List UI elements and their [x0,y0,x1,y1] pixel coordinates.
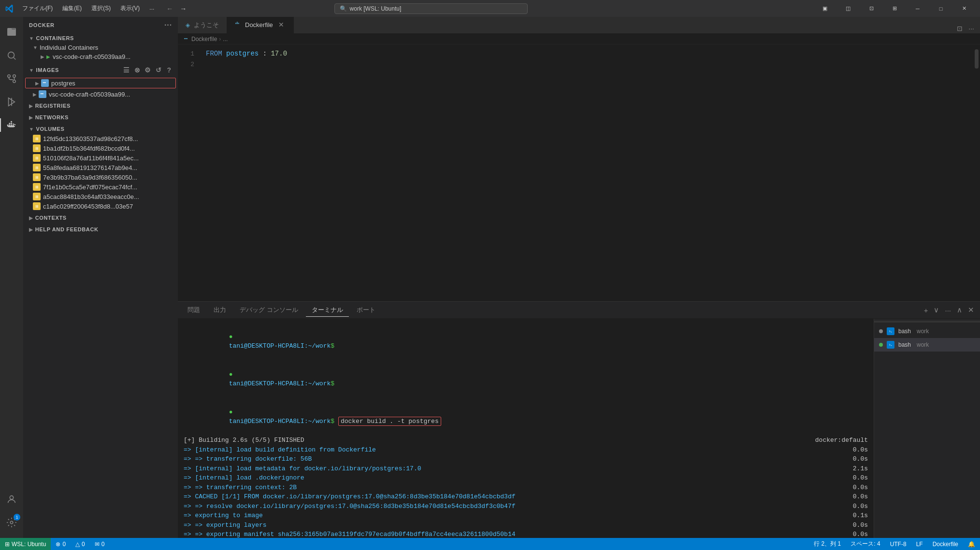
images-chevron-icon: ▼ [29,68,34,73]
contexts-header[interactable]: ▶ CONTEXTS [23,213,178,223]
status-bell[interactable]: 🔔 [963,538,980,550]
terminal-close-btn[interactable]: ✕ [966,305,976,315]
code-editor[interactable]: 1 FROM postgres : 17.0 2 [178,44,980,301]
image-item-vsc[interactable]: ▶ vsc-code-craft-c05039aa99... [23,89,178,99]
nav-back-btn[interactable]: ← [164,3,175,14]
terminal-prompt-dot-2: ● [229,371,237,378]
minimize-btn[interactable]: ─ [907,0,929,17]
eol-label: LF [916,541,923,548]
terminal-tab-ports[interactable]: ポート [351,304,381,316]
svg-rect-20 [45,82,46,83]
volume-item-3[interactable]: ⊞ 55a8fedaa681913276147ab9e4... [23,163,178,172]
status-eol[interactable]: LF [911,538,928,550]
maximize-btn[interactable]: □ [930,0,952,17]
terminal-more-btn[interactable]: ··· [943,305,953,315]
terminal-split-btn[interactable]: ∨ [932,305,941,315]
registries-header[interactable]: ▶ REGISTRIES [23,101,178,111]
spaces-label: スペース: 4 [850,540,880,548]
container-item-0[interactable]: ▶ ▶ vsc-code-craft-c05039aa9... [23,52,178,61]
networks-header[interactable]: ▶ NETWORKS [23,113,178,122]
tab-more-btn[interactable]: ··· [966,24,976,33]
status-spaces[interactable]: スペース: 4 [846,538,885,550]
images-list-btn[interactable]: ☰ [122,65,131,75]
volume-icon-2: ⊞ [33,154,41,162]
help-header[interactable]: ▶ HELP AND FEEDBACK [23,225,178,234]
terminal-main[interactable]: ● tani@DESKTOP-HCPA8LI:~/work$ ● tani@DE… [178,319,874,538]
sidebar-more-btn[interactable]: ··· [164,21,172,29]
terminal-tab-debug[interactable]: デバッグ コンソール [234,304,304,316]
terminal-instance-1[interactable]: bash work [874,338,980,352]
terminal-maximize-btn[interactable]: ∧ [955,305,964,315]
images-settings-btn[interactable]: ⚙ [143,65,153,75]
sidebar-toggle-btn[interactable]: ◫ [837,0,859,17]
activity-settings[interactable]: 1 [0,511,23,534]
activity-run[interactable] [0,90,23,113]
activity-source-control[interactable] [0,67,23,90]
terminal-line-2: ● tani@DESKTOP-HCPA8LI:~/work$ [184,360,868,398]
tab-welcome[interactable]: ◈ ようこそ [178,17,227,33]
registries-section: ▶ REGISTRIES [23,101,178,111]
terminal-instance-0[interactable]: bash work [874,324,980,338]
registries-label: REGISTRIES [35,103,71,109]
activity-explorer[interactable] [0,21,23,44]
close-btn[interactable]: ✕ [953,0,975,17]
containers-header[interactable]: ▼ CONTAINERS [23,33,178,43]
editor-scrollbar-thumb[interactable] [975,49,979,69]
breadcrumb-file[interactable]: Dockerfile [191,36,217,42]
images-help-btn[interactable]: ? [164,65,174,75]
activity-accounts[interactable] [0,488,23,511]
images-header[interactable]: ▼ IMAGES ☰ ⊗ ⚙ ↺ ? [23,63,178,77]
volume-icon-1: ⊞ [33,144,41,152]
volume-item-4[interactable]: ⊞ 7e3b9b37ba63a9d3f686356050... [23,172,178,182]
status-warnings[interactable]: △ 0 [71,538,90,550]
volume-item-0[interactable]: ⊞ 12fd5dc133603537ad98c627cf8... [23,134,178,143]
volume-item-6[interactable]: ⊞ a5cac88481b3c64af033eeacc0e... [23,192,178,201]
menu-file[interactable]: ファイル(F) [18,3,57,14]
status-messages[interactable]: ✉ 0 [90,538,110,550]
volume-item-2[interactable]: ⊞ 510106f28a76af11b6f4f841a5ec... [23,153,178,163]
images-refresh-btn[interactable]: ↺ [154,65,163,75]
volume-name-7: c1a6c029ff2006453f8d8...03e57 [43,203,133,210]
menu-select[interactable]: 選択(S) [87,3,115,14]
tab-dockerfile[interactable]: Dockerfile ✕ [227,17,294,33]
terminal-tab-terminal[interactable]: ターミナル [306,304,349,317]
menu-more[interactable]: ... [145,3,158,14]
panel-toggle-btn[interactable]: ⊡ [860,0,882,17]
individual-containers-item[interactable]: ▼ Individual Containers [23,43,178,52]
layout-btn[interactable]: ⊞ [883,0,906,17]
image-item-postgres[interactable]: ▶ postgres [26,78,175,88]
terminal-output-right-4: 2.1s [853,464,868,474]
terminal-tab-problems[interactable]: 問題 [182,304,206,316]
terminal-instance-dot-0 [879,329,883,333]
activity-docker[interactable] [0,113,23,137]
volume-item-7[interactable]: ⊞ c1a6c029ff2006453f8d8...03e57 [23,201,178,211]
layout-toggle-btn[interactable]: ▣ [814,0,836,17]
status-language[interactable]: Dockerfile [928,538,963,550]
message-count: 0 [101,541,105,548]
menu-edit[interactable]: 編集(E) [58,3,86,14]
volumes-header[interactable]: ▼ VOLUMES [23,124,178,134]
status-wsl[interactable]: ⊞ WSL: Ubuntu [0,538,51,550]
volume-item-1[interactable]: ⊞ 1ba1df2b15b364fdf682bccd0f4... [23,143,178,153]
activity-search[interactable] [0,44,23,67]
editor-scrollbar[interactable] [973,44,980,301]
images-prune-btn[interactable]: ⊗ [132,65,142,75]
status-bar: ⊞ WSL: Ubuntu ⊗ 0 △ 0 ✉ 0 行 2、列 1 スペース: … [0,538,980,550]
settings-badge: 1 [14,514,20,521]
split-editor-btn[interactable]: ⊡ [955,24,965,33]
new-terminal-btn[interactable]: + [922,305,930,315]
volume-name-0: 12fd5dc133603537ad98c627cf8... [43,135,138,142]
status-encoding[interactable]: UTF-8 [885,538,911,550]
networks-label: NETWORKS [35,114,69,120]
terminal-output-3: => => transferring dockerfile: 56B 0.0s [184,454,868,464]
breadcrumb-more[interactable]: ... [223,36,228,42]
menu-view[interactable]: 表示(V) [116,3,144,14]
volume-item-5[interactable]: ⊞ 7f1e1b0c5ca5e7df075ecac74fcf... [23,182,178,192]
status-line-col[interactable]: 行 2、列 1 [809,538,846,550]
status-errors[interactable]: ⊗ 0 [51,538,71,550]
svg-point-17 [10,521,13,524]
terminal-tab-output[interactable]: 出力 [208,304,232,316]
tab-dockerfile-close-btn[interactable]: ✕ [277,20,286,29]
nav-forward-btn[interactable]: → [177,3,189,14]
global-search-bar[interactable]: 🔍 work [WSL: Ubuntu] [334,3,528,14]
